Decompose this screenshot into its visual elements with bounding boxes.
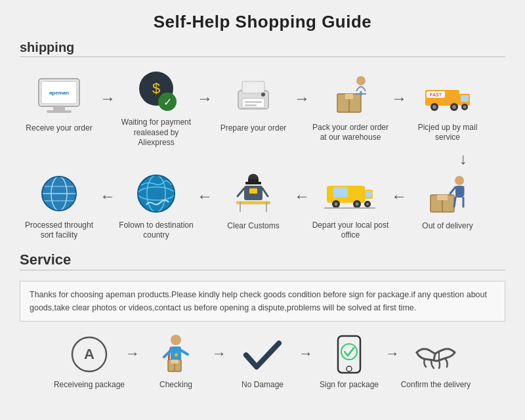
svg-point-86 (346, 366, 352, 371)
flow-label-pickedup: Picjed up by mail service (408, 123, 487, 143)
package-icon (324, 73, 377, 119)
service-label-confirmdelivery: Confirm the delivery (401, 380, 471, 389)
flow-label-prepare: Prepare your order (220, 123, 287, 142)
service-label-checking: Checking (159, 380, 192, 389)
service-divider (20, 270, 505, 270)
nodamage-icon (240, 333, 285, 376)
customs-icon (227, 171, 280, 217)
svg-point-46 (335, 202, 338, 205)
svg-rect-34 (437, 195, 448, 200)
service-label-signpkg: Sign for package (320, 380, 379, 389)
flow-item-pickedup: FAST Picjed up by mail service (408, 73, 487, 143)
svg-line-58 (262, 188, 268, 196)
page: Self-Help Shopping Guide shipping apeman… (0, 0, 525, 405)
shipping-divider (20, 56, 505, 57)
s-arrow-3: → (299, 345, 313, 362)
flow-label-payment: Waiting for payment realeased by Aliexpr… (117, 117, 196, 148)
service-item-nodamage: No Damage (226, 333, 299, 389)
svg-text:A: A (84, 346, 94, 362)
svg-line-39 (454, 198, 455, 207)
svg-text:✓: ✓ (163, 96, 172, 108)
flow-item-customs: Clear Customs (214, 171, 293, 240)
arrow-r4: → (391, 89, 407, 108)
mail-truck-icon: FAST (421, 73, 474, 119)
shipping-row1: apeman Receive your order → $ ✓ (20, 68, 505, 148)
service-description: Thanks for choosing apeman products.Plea… (20, 281, 505, 322)
svg-line-37 (450, 187, 455, 194)
outdelivery-icon (421, 171, 474, 217)
van-icon (324, 171, 377, 217)
globe-water-icon (130, 171, 182, 217)
arrow-l3: ← (197, 187, 213, 205)
flow-item-depart: Depart your local post office (311, 171, 390, 241)
svg-point-18 (356, 76, 366, 85)
flow-label-outdelivery: Out of delivery (422, 221, 472, 240)
flow-item-outdelivery: Out of delivery (408, 171, 487, 240)
flow-label-processed: Processed throught sort facility (20, 220, 98, 241)
svg-line-79 (181, 350, 188, 354)
monitor-icon: apeman (33, 74, 85, 119)
service-section: Service Thanks for choosing apeman produ… (20, 251, 505, 389)
svg-rect-36 (455, 186, 463, 198)
service-item-confirmdelivery: Confirm the delivery (400, 333, 472, 389)
arrow-r3: → (294, 89, 310, 108)
svg-rect-42 (333, 187, 348, 198)
service-label-receivingpkg: Receiveing package (54, 380, 125, 389)
svg-text:apeman: apeman (49, 90, 69, 96)
svg-rect-17 (345, 94, 353, 99)
svg-rect-82 (171, 360, 178, 364)
svg-rect-54 (248, 179, 259, 184)
flow-item-receive: apeman Receive your order (20, 74, 98, 142)
svg-point-48 (356, 202, 359, 205)
s-arrow-2: → (212, 345, 226, 362)
payment-icon: $ ✓ (130, 68, 182, 114)
svg-point-35 (455, 176, 464, 185)
main-title: Self-Help Shopping Guide (20, 12, 505, 32)
arrow-l1: ← (391, 187, 407, 205)
svg-point-29 (463, 105, 467, 108)
svg-line-57 (238, 188, 244, 196)
flow-label-followon: Folown to destination country (117, 220, 196, 241)
arrow-down: ↓ (20, 150, 505, 168)
svg-point-14 (261, 93, 265, 96)
flow-item-pack: Pack your order order at our warehouse (311, 73, 390, 143)
s-arrow-4: → (385, 345, 400, 362)
shipping-section: shipping apeman Receive your order → (20, 40, 505, 241)
handshake-icon (413, 333, 459, 376)
flow-label-depart: Depart your local post office (311, 220, 390, 241)
arrow-r2: → (197, 89, 213, 108)
shipping-section-title: shipping (20, 40, 505, 55)
flow-item-payment: $ ✓ Waiting for payment realeased by Ali… (117, 68, 196, 148)
arrow-l2: ← (294, 187, 310, 205)
svg-point-27 (452, 105, 456, 109)
arrow-l4: ← (100, 187, 116, 205)
svg-line-87 (434, 354, 435, 360)
sign-package-icon (326, 333, 372, 376)
service-label-nodamage: No Damage (242, 380, 284, 389)
service-flow: A Receiveing package → (20, 333, 505, 389)
svg-rect-4 (47, 110, 72, 113)
svg-text:FAST: FAST (430, 93, 442, 97)
svg-rect-10 (242, 81, 264, 93)
service-section-title: Service (20, 251, 505, 268)
svg-point-50 (366, 203, 369, 205)
svg-rect-59 (236, 201, 270, 204)
svg-rect-44 (366, 191, 372, 197)
svg-rect-3 (53, 106, 65, 110)
flow-item-followon: Folown to destination country (117, 171, 196, 241)
shipping-row2: Out of delivery ← (20, 171, 505, 241)
svg-rect-56 (249, 188, 257, 194)
service-item-receivingpkg: A Receiveing package (53, 333, 125, 389)
arrow-r1: → (100, 89, 116, 108)
checking-icon: ★ (153, 333, 199, 376)
svg-rect-23 (461, 95, 469, 102)
s-arrow-1: → (125, 345, 140, 362)
svg-text:★: ★ (173, 351, 179, 358)
service-item-checking: ★ Checking (140, 333, 212, 389)
svg-point-25 (432, 105, 436, 109)
printer-icon (227, 74, 280, 119)
svg-point-75 (171, 335, 181, 345)
svg-text:$: $ (152, 80, 160, 96)
flow-item-prepare: Prepare your order (214, 74, 293, 142)
receiving-package-icon: A (66, 333, 112, 376)
